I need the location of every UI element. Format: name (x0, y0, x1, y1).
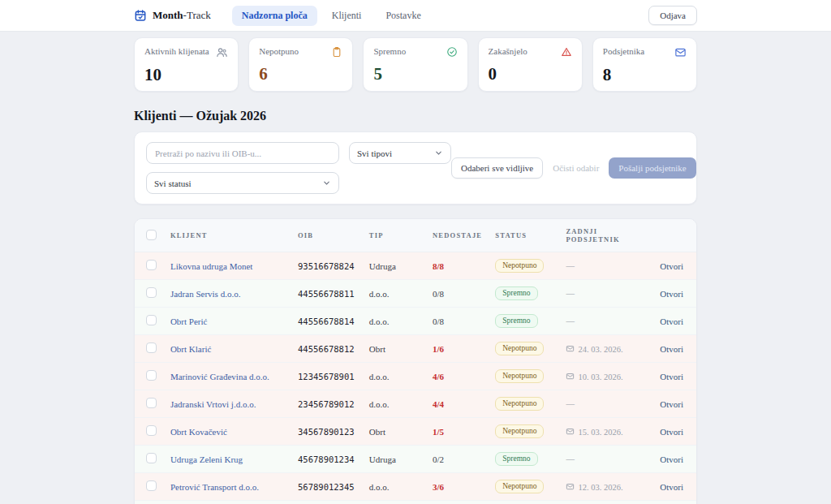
top-navbar: Month-Track Nadzorna pločaKlijentiPostav… (0, 0, 831, 32)
last-reminder: — (559, 501, 653, 504)
status-filter-value: Svi statusi (154, 179, 192, 188)
stat-card-zakasnjelo: Zakašnjelo 0 (478, 37, 583, 92)
status-badge: Nepotpuno (495, 369, 544, 383)
missing-count: 4/6 (433, 372, 444, 381)
tab-postavke[interactable]: Postavke (376, 6, 430, 26)
missing-count: 0/2 (433, 454, 444, 464)
tab-nadzorna-ploca[interactable]: Nadzorna ploča (232, 6, 317, 26)
reminder-empty: — (566, 454, 575, 463)
client-name-link[interactable]: Marinović Građevina d.o.o. (170, 372, 269, 381)
client-name-link[interactable]: Petrović Transport d.o.o. (170, 482, 259, 492)
missing-count: 0/8 (433, 289, 444, 299)
type-filter-value: Svi tipovi (357, 149, 392, 158)
users-icon (216, 46, 228, 62)
tab-klijenti[interactable]: Klijenti (322, 6, 372, 26)
column-header-tip: Tip (363, 219, 426, 252)
open-link[interactable]: Otvori (660, 454, 683, 464)
select-all-checkbox[interactable] (146, 230, 157, 240)
row-checkbox[interactable] (146, 370, 157, 381)
client-oib: 67890123456 (291, 501, 363, 504)
stats-row: Aktivnih klijenata 10 Nepotpuno 6 Spremn… (134, 37, 697, 92)
status-badge: Nepotpuno (495, 480, 544, 493)
client-oib: 23456789012 (291, 390, 363, 418)
status-badge: Spremno (495, 314, 537, 328)
row-checkbox[interactable] (146, 398, 157, 408)
open-link[interactable]: Otvori (660, 261, 683, 271)
clients-table: Klijent OIB Tip Nedostaje Status Zadnji … (135, 219, 696, 504)
stat-label: Nepotpuno (259, 46, 299, 56)
filter-bar: Svi tipovi Svi statusi Odaberi sve vidlj… (134, 131, 697, 205)
row-checkbox[interactable] (146, 480, 157, 491)
clear-selection-button[interactable]: Očisti odabir (553, 163, 599, 173)
filter-fields: Svi tipovi Svi statusi (146, 142, 451, 194)
client-name-link[interactable]: Udruga Zeleni Krug (170, 454, 243, 464)
reminder-date: 15. 03. 2026. (578, 428, 622, 437)
open-link[interactable]: Otvori (660, 372, 683, 381)
client-oib: 44556678811 (291, 280, 363, 308)
row-checkbox[interactable] (146, 260, 157, 270)
table-body: Likovna udruga Monet 93516678824 Udruga … (135, 252, 696, 504)
row-checkbox[interactable] (146, 315, 157, 325)
missing-count: 8/8 (433, 261, 444, 271)
reminder-empty: — (566, 317, 575, 325)
table-header-row: Klijent OIB Tip Nedostaje Status Zadnji … (135, 219, 696, 252)
status-filter-select[interactable]: Svi statusi (146, 172, 339, 194)
last-reminder: 12. 03. 2026. (559, 473, 653, 501)
search-input[interactable] (146, 142, 339, 164)
column-header-status: Status (489, 219, 559, 252)
row-checkbox[interactable] (146, 287, 157, 298)
open-link[interactable]: Otvori (660, 482, 683, 492)
last-reminder: 24. 03. 2026. (559, 335, 653, 363)
open-link[interactable]: Otvori (660, 289, 683, 299)
last-reminder: — (559, 252, 653, 280)
reminder-date: 10. 03. 2026. (578, 373, 622, 381)
client-oib: 45678901234 (291, 446, 363, 473)
logout-button[interactable]: Odjava (648, 6, 697, 25)
select-all-visible-button[interactable]: Odaberi sve vidljive (451, 157, 543, 179)
type-filter-select[interactable]: Svi tipovi (349, 142, 451, 164)
stat-value: 5 (373, 66, 457, 83)
stat-card-aktivnih-klijenata: Aktivnih klijenata 10 (134, 37, 239, 92)
reminder-empty: — (566, 399, 575, 408)
row-checkbox[interactable] (146, 453, 157, 463)
column-header-nedostaje: Nedostaje (426, 219, 489, 252)
table-row: Jadran Servis d.o.o. 44556678811 d.o.o. … (135, 280, 696, 308)
reminder-date: 12. 03. 2026. (578, 483, 622, 492)
check-circle-icon (446, 46, 458, 61)
row-checkbox[interactable] (146, 425, 157, 436)
last-reminder: — (559, 280, 653, 308)
client-name-link[interactable]: Obrt Kovačević (170, 427, 227, 437)
open-link[interactable]: Otvori (660, 317, 683, 326)
row-checkbox[interactable] (146, 342, 157, 353)
client-name-link[interactable]: Obrt Klarić (170, 344, 211, 354)
page-title: Klijenti — Ožujak 2026 (134, 109, 697, 123)
stat-value: 8 (603, 67, 687, 84)
status-badge: Nepotpuno (495, 342, 544, 355)
table-row: Jadranski Vrtovi j.d.o.o. 23456789012 d.… (135, 390, 696, 418)
table-row: Marinović Građevina d.o.o. 12345678901 d… (135, 363, 696, 390)
missing-count: 3/6 (433, 482, 444, 492)
send-reminders-button[interactable]: Pošalji podsjetnike (609, 157, 695, 179)
status-badge: Nepotpuno (495, 397, 544, 411)
client-oib: 34567890123 (291, 418, 363, 446)
stat-label: Podsjetnika (603, 46, 644, 56)
client-oib: 93516678824 (291, 252, 363, 280)
status-badge: Nepotpuno (495, 259, 544, 273)
open-link[interactable]: Otvori (660, 344, 683, 354)
table-row: Udruga Zeleni Krug 45678901234 Udruga 0/… (135, 446, 696, 473)
client-type: d.o.o. (363, 390, 426, 418)
stat-value: 10 (144, 67, 228, 84)
last-reminder: 15. 03. 2026. (559, 418, 653, 446)
client-name-link[interactable]: Jadranski Vrtovi j.d.o.o. (170, 399, 256, 409)
stat-label: Aktivnih klijenata (144, 46, 209, 56)
reminder-empty: — (566, 289, 575, 298)
stat-card-spremno: Spremno 5 (363, 37, 467, 92)
column-header-klijent: Klijent (164, 219, 291, 252)
stat-label: Zakašnjelo (489, 46, 527, 56)
table-row: Likovna udruga Monet 93516678824 Udruga … (135, 252, 696, 280)
client-name-link[interactable]: Likovna udruga Monet (170, 261, 252, 271)
open-link[interactable]: Otvori (660, 427, 683, 437)
client-name-link[interactable]: Obrt Perić (170, 317, 208, 326)
open-link[interactable]: Otvori (660, 399, 683, 409)
client-name-link[interactable]: Jadran Servis d.o.o. (170, 289, 240, 299)
